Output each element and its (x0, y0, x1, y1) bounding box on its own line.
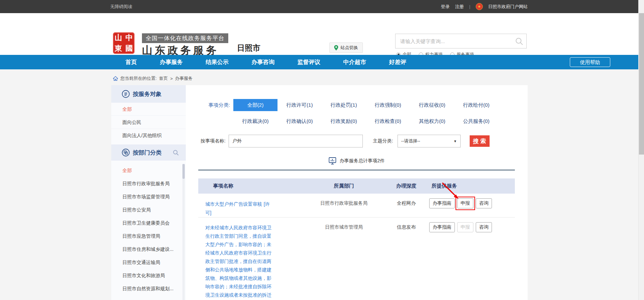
table-row: 城市大型户外广告设置审核[许可] 日照市行政审批服务局 全程网办 办事指南 申报 (198, 194, 515, 217)
tab-xingzheng-zhengshou[interactable]: 行政征收(0) (410, 99, 454, 111)
consult-button[interactable]: 咨询 (476, 222, 492, 232)
breadcrumb-home[interactable]: 首页 (159, 75, 168, 81)
category-tabs-row2: 行政裁决(0) 行政确认(0) 行政奖励(0) 行政检查(0) 其他权力(0) … (198, 116, 515, 126)
apply-button[interactable]: 申报 (457, 198, 473, 208)
tab-xingzheng-jifu[interactable]: 行政给付(0) (454, 99, 498, 111)
site-switch-label: 站点切换 (341, 45, 358, 51)
tab-xingzheng-chufa[interactable]: 行政处罚(1) (322, 99, 366, 111)
site-header: 山 中 東 國 全国一体化在线政务服务平台 山东政务服务 日照市 站点切换 全部… (0, 13, 638, 55)
tab-qita-quanli[interactable]: 其他权力(0) (410, 116, 454, 126)
tab-all[interactable]: 全部(2) (233, 99, 277, 111)
nav-item-results[interactable]: 结果公示 (206, 55, 229, 69)
seal-char: 山 (113, 32, 124, 43)
national-emblem-icon: ★ (476, 3, 483, 10)
tab-xingzheng-caijue[interactable]: 行政裁决(0) (233, 116, 277, 126)
nav-item-home[interactable]: 首页 (125, 55, 137, 69)
sidebar-dept-item[interactable]: 日照市公安局 (111, 203, 186, 216)
platform-banner: 全国一体化在线政务服务平台 (142, 33, 228, 43)
item-link[interactable]: 对未经城市人民政府市容环境卫生行政主管部门同意，擅自设置大型户外广告，影响市容的… (205, 224, 274, 300)
department-search-icon[interactable] (173, 149, 179, 156)
page-body: 您当前所在的位置: 首页 > 办事服务 按服务对象 全部 面向公民 面向法人/其… (0, 69, 638, 300)
item-link[interactable]: 城市大型户外广告设置审核[许可] (205, 200, 275, 217)
sidebar-dept-item[interactable]: 日照市市场监督管理局 (111, 190, 186, 203)
guide-button[interactable]: 办事指南 (429, 198, 455, 208)
guide-button[interactable]: 办事指南 (429, 222, 455, 232)
sidebar-dept-item[interactable]: 日照市应急管理局 (111, 230, 186, 243)
seal-char: 東 (113, 43, 124, 54)
sidebar-dept-item[interactable]: 日照市文化和旅游局 (111, 269, 186, 282)
sidebar-dept-item[interactable]: 日照市自然资源和规划... (111, 282, 186, 295)
sidebar-dept-item[interactable]: 日照市住房和城乡建设... (111, 243, 186, 256)
breadcrumb: 您当前所在的位置: 首页 > 办事服务 (113, 75, 193, 81)
sidebar: 按服务对象 全部 面向公民 面向法人/其他组织 按部门分类 (111, 85, 186, 300)
page-scrollbar-thumb[interactable] (639, 13, 644, 155)
search-icon[interactable] (515, 37, 524, 46)
department-circle-icon (122, 148, 130, 157)
service-object-list: 全部 面向公民 面向法人/其他组织 (111, 103, 186, 142)
breadcrumb-current: 办事服务 (175, 75, 193, 81)
content-panel: 按服务对象 全部 面向公民 面向法人/其他组织 按部门分类 (111, 85, 528, 300)
keyword-search-input[interactable] (396, 34, 526, 48)
tab-xingzheng-xuke[interactable]: 行政许可(1) (277, 99, 322, 111)
table-header-row: 事项名称 所属部门 办理深度 所提供服务 (198, 178, 515, 194)
breadcrumb-prefix: 您当前所在的位置: (120, 75, 157, 81)
page-scrollbar[interactable] (638, 0, 644, 300)
column-header-item-name: 事项名称 (198, 183, 303, 189)
table-row: 对未经城市人民政府市容环境卫生行政主管部门同意，擅自设置大型户外广告，影响市容的… (198, 217, 515, 300)
sidebar-dept-item[interactable]: 日照市行政审批服务局 (111, 177, 186, 190)
sidebar-item-citizen[interactable]: 面向公民 (111, 116, 186, 129)
department-section-header: 按部门分类 (111, 144, 186, 161)
topic-select[interactable]: --请选择-- ▼ (398, 135, 461, 147)
seal-char: 中 (124, 32, 135, 43)
department-cell: 日照市行政审批服务局 (303, 194, 384, 217)
sidebar-dept-item[interactable]: 日照市卫生健康委员会 (111, 216, 186, 230)
sidebar-dept-item[interactable]: 日照市交通运输局 (111, 256, 186, 269)
item-name-input[interactable] (229, 135, 363, 147)
search-button[interactable]: 搜 索 (470, 135, 490, 147)
sidebar-scrollbar-thumb[interactable] (182, 164, 185, 179)
city-name: 日照市 (237, 43, 260, 53)
section-title: 按部门分类 (133, 149, 162, 157)
caret-down-icon: ▼ (453, 139, 457, 143)
summary-row: 办事服务总计事项2件 (198, 156, 515, 166)
tab-xingzheng-queren[interactable]: 行政确认(0) (277, 116, 322, 126)
depth-cell: 全程网办 (384, 194, 428, 217)
summary-text: 办事服务总计事项2件 (340, 158, 385, 164)
location-pin-icon (334, 45, 338, 51)
nav-item-services[interactable]: 办事服务 (160, 55, 183, 69)
nav-item-rating[interactable]: 好差评 (389, 55, 406, 69)
nav-item-supervision[interactable]: 监督评议 (297, 55, 320, 69)
site-switch-button[interactable]: 站点切换 (329, 42, 363, 53)
column-header-services: 所提供服务 (428, 183, 515, 189)
tab-xingzheng-jiangli[interactable]: 行政奖励(0) (322, 116, 366, 126)
register-link[interactable]: 注册 (455, 4, 464, 10)
sidebar-scrollbar[interactable] (182, 164, 185, 300)
topic-select-value: --请选择-- (401, 138, 420, 144)
sidebar-dept-all[interactable]: 全部 (111, 164, 186, 177)
apply-button-disabled: 申报 (457, 222, 473, 232)
accessibility-link[interactable]: 无障碍阅读 (110, 4, 132, 10)
department-list: 全部 日照市行政审批服务局 日照市市场监督管理局 日照市公安局 日照市卫生健康委… (111, 161, 186, 295)
item-search-row: 按事项名称: 主题分类: --请选择-- ▼ 搜 索 (198, 135, 515, 147)
department-cell: 日照市城市管理局 (303, 218, 384, 300)
help-button[interactable]: 使用帮助 (570, 57, 610, 67)
nav-item-intermediary[interactable]: 中介超市 (343, 55, 366, 69)
column-header-depth: 办理深度 (384, 183, 428, 189)
tab-xingzheng-qiangzhi[interactable]: 行政强制(0) (366, 99, 410, 111)
tab-gonggong-fuwu[interactable]: 公共服务(0) (454, 116, 498, 126)
column-header-department: 所属部门 (303, 183, 384, 189)
sidebar-item-all-objects[interactable]: 全部 (111, 103, 186, 116)
item-title[interactable]: 城市大型户外广告设置审核 (205, 201, 262, 207)
sidebar-item-legal-person[interactable]: 面向法人/其他组织 (111, 129, 186, 142)
stats-monitor-icon (328, 157, 336, 165)
results-table: 事项名称 所属部门 办理深度 所提供服务 城市大型户外广告设置审核[许可] 日照… (198, 178, 515, 300)
name-filter-label: 按事项名称: (201, 138, 226, 144)
tab-xingzheng-jiancha[interactable]: 行政检查(0) (366, 116, 410, 126)
section-title: 按服务对象 (133, 90, 162, 98)
login-link[interactable]: 登录 (441, 4, 450, 10)
consult-button[interactable]: 咨询 (476, 198, 492, 208)
city-portal-link[interactable]: 日照市政府门户网站 (488, 4, 528, 10)
top-utility-bar: 无障碍阅读 登录 注册 | ★ 日照市政府门户网站 (0, 0, 638, 13)
home-icon (113, 76, 118, 81)
nav-item-consult[interactable]: 办事咨询 (252, 55, 274, 69)
